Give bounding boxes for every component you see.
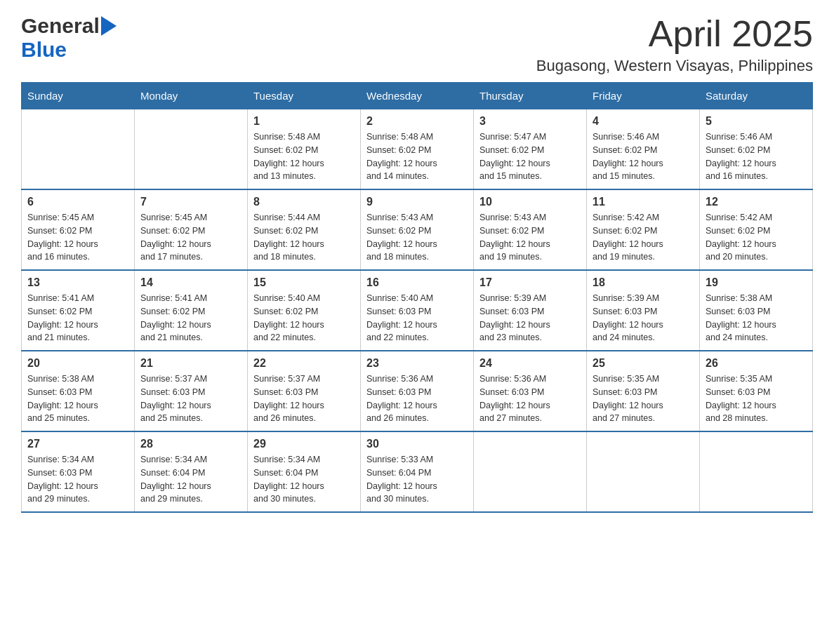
calendar-week-row: 1Sunrise: 5:48 AM Sunset: 6:02 PM Daylig… — [22, 109, 813, 190]
day-number: 7 — [140, 196, 241, 208]
day-info: Sunrise: 5:34 AM Sunset: 6:04 PM Dayligh… — [140, 453, 241, 506]
day-info: Sunrise: 5:47 AM Sunset: 6:02 PM Dayligh… — [479, 130, 581, 183]
page-header: General Blue April 2025 Bugasong, Wester… — [21, 14, 813, 75]
calendar-cell: 19Sunrise: 5:38 AM Sunset: 6:03 PM Dayli… — [700, 270, 813, 351]
day-of-week-header: Sunday — [22, 83, 135, 109]
calendar-cell: 17Sunrise: 5:39 AM Sunset: 6:03 PM Dayli… — [474, 270, 587, 351]
day-info: Sunrise: 5:48 AM Sunset: 6:02 PM Dayligh… — [253, 130, 355, 183]
day-info: Sunrise: 5:46 AM Sunset: 6:02 PM Dayligh… — [706, 130, 807, 183]
day-info: Sunrise: 5:36 AM Sunset: 6:03 PM Dayligh… — [366, 373, 468, 425]
day-number: 26 — [706, 357, 807, 370]
calendar-cell: 18Sunrise: 5:39 AM Sunset: 6:03 PM Dayli… — [587, 270, 700, 351]
calendar-cell — [587, 431, 700, 512]
day-number: 19 — [706, 276, 807, 289]
calendar-cell — [135, 109, 248, 190]
day-info: Sunrise: 5:40 AM Sunset: 6:03 PM Dayligh… — [366, 292, 468, 344]
day-number: 14 — [140, 276, 241, 289]
day-number: 11 — [593, 196, 694, 208]
calendar-cell: 5Sunrise: 5:46 AM Sunset: 6:02 PM Daylig… — [700, 109, 813, 190]
day-number: 28 — [140, 438, 241, 450]
day-number: 1 — [253, 115, 355, 128]
calendar-cell: 14Sunrise: 5:41 AM Sunset: 6:02 PM Dayli… — [135, 270, 248, 351]
calendar-cell: 23Sunrise: 5:36 AM Sunset: 6:03 PM Dayli… — [361, 351, 474, 431]
day-info: Sunrise: 5:35 AM Sunset: 6:03 PM Dayligh… — [706, 373, 807, 425]
calendar-table: SundayMondayTuesdayWednesdayThursdayFrid… — [21, 82, 813, 513]
day-number: 4 — [593, 115, 694, 128]
day-number: 16 — [366, 276, 468, 289]
calendar-cell: 2Sunrise: 5:48 AM Sunset: 6:02 PM Daylig… — [361, 109, 474, 190]
day-number: 23 — [366, 357, 468, 370]
calendar-cell — [474, 431, 587, 512]
calendar-cell: 30Sunrise: 5:33 AM Sunset: 6:04 PM Dayli… — [361, 431, 474, 512]
day-number: 21 — [140, 357, 241, 370]
day-number: 15 — [253, 276, 355, 289]
day-info: Sunrise: 5:43 AM Sunset: 6:02 PM Dayligh… — [366, 211, 468, 264]
day-number: 2 — [366, 115, 468, 128]
logo-blue-label: Blue — [21, 38, 67, 62]
logo-text: General — [21, 14, 117, 38]
calendar-cell: 24Sunrise: 5:36 AM Sunset: 6:03 PM Dayli… — [474, 351, 587, 431]
day-info: Sunrise: 5:45 AM Sunset: 6:02 PM Dayligh… — [140, 211, 241, 264]
calendar-week-row: 6Sunrise: 5:45 AM Sunset: 6:02 PM Daylig… — [22, 189, 813, 270]
calendar-cell: 16Sunrise: 5:40 AM Sunset: 6:03 PM Dayli… — [361, 270, 474, 351]
days-of-week-row: SundayMondayTuesdayWednesdayThursdayFrid… — [22, 83, 813, 109]
day-number: 6 — [27, 196, 128, 208]
day-info: Sunrise: 5:33 AM Sunset: 6:04 PM Dayligh… — [366, 453, 468, 506]
day-info: Sunrise: 5:41 AM Sunset: 6:02 PM Dayligh… — [140, 292, 241, 344]
day-number: 22 — [253, 357, 355, 370]
calendar-cell: 1Sunrise: 5:48 AM Sunset: 6:02 PM Daylig… — [248, 109, 361, 190]
calendar-cell: 15Sunrise: 5:40 AM Sunset: 6:02 PM Dayli… — [248, 270, 361, 351]
calendar-cell — [22, 109, 135, 190]
title-section: April 2025 Bugasong, Western Visayas, Ph… — [536, 14, 813, 75]
day-info: Sunrise: 5:42 AM Sunset: 6:02 PM Dayligh… — [706, 211, 807, 264]
day-number: 29 — [253, 438, 355, 450]
calendar-cell: 13Sunrise: 5:41 AM Sunset: 6:02 PM Dayli… — [22, 270, 135, 351]
calendar-cell: 26Sunrise: 5:35 AM Sunset: 6:03 PM Dayli… — [700, 351, 813, 431]
calendar-body: 1Sunrise: 5:48 AM Sunset: 6:02 PM Daylig… — [22, 109, 813, 513]
day-info: Sunrise: 5:42 AM Sunset: 6:02 PM Dayligh… — [593, 211, 694, 264]
calendar-cell: 10Sunrise: 5:43 AM Sunset: 6:02 PM Dayli… — [474, 189, 587, 270]
day-number: 5 — [706, 115, 807, 128]
day-info: Sunrise: 5:35 AM Sunset: 6:03 PM Dayligh… — [593, 373, 694, 425]
calendar-cell: 25Sunrise: 5:35 AM Sunset: 6:03 PM Dayli… — [587, 351, 700, 431]
calendar-cell: 22Sunrise: 5:37 AM Sunset: 6:03 PM Dayli… — [248, 351, 361, 431]
day-info: Sunrise: 5:37 AM Sunset: 6:03 PM Dayligh… — [140, 373, 241, 425]
day-info: Sunrise: 5:36 AM Sunset: 6:03 PM Dayligh… — [479, 373, 581, 425]
calendar-week-row: 13Sunrise: 5:41 AM Sunset: 6:02 PM Dayli… — [22, 270, 813, 351]
day-of-week-header: Thursday — [474, 83, 587, 109]
day-number: 13 — [27, 276, 128, 289]
calendar-week-row: 27Sunrise: 5:34 AM Sunset: 6:03 PM Dayli… — [22, 431, 813, 512]
calendar-cell: 6Sunrise: 5:45 AM Sunset: 6:02 PM Daylig… — [22, 189, 135, 270]
svg-marker-0 — [101, 16, 117, 36]
day-of-week-header: Saturday — [700, 83, 813, 109]
day-info: Sunrise: 5:40 AM Sunset: 6:02 PM Dayligh… — [253, 292, 355, 344]
day-number: 24 — [479, 357, 581, 370]
day-info: Sunrise: 5:37 AM Sunset: 6:03 PM Dayligh… — [253, 373, 355, 425]
calendar-cell: 9Sunrise: 5:43 AM Sunset: 6:02 PM Daylig… — [361, 189, 474, 270]
day-number: 20 — [27, 357, 128, 370]
day-of-week-header: Wednesday — [361, 83, 474, 109]
calendar-cell: 20Sunrise: 5:38 AM Sunset: 6:03 PM Dayli… — [22, 351, 135, 431]
day-number: 10 — [479, 196, 581, 208]
main-title: April 2025 — [536, 14, 813, 54]
day-info: Sunrise: 5:43 AM Sunset: 6:02 PM Dayligh… — [479, 211, 581, 264]
day-of-week-header: Friday — [587, 83, 700, 109]
subtitle: Bugasong, Western Visayas, Philippines — [536, 57, 813, 75]
day-number: 17 — [479, 276, 581, 289]
day-number: 27 — [27, 438, 128, 450]
calendar-cell — [700, 431, 813, 512]
calendar-cell: 11Sunrise: 5:42 AM Sunset: 6:02 PM Dayli… — [587, 189, 700, 270]
day-number: 30 — [366, 438, 468, 450]
day-info: Sunrise: 5:46 AM Sunset: 6:02 PM Dayligh… — [593, 130, 694, 183]
day-info: Sunrise: 5:45 AM Sunset: 6:02 PM Dayligh… — [27, 211, 128, 264]
day-of-week-header: Monday — [135, 83, 248, 109]
logo-triangle-icon — [100, 13, 117, 36]
calendar-cell: 3Sunrise: 5:47 AM Sunset: 6:02 PM Daylig… — [474, 109, 587, 190]
calendar-cell: 28Sunrise: 5:34 AM Sunset: 6:04 PM Dayli… — [135, 431, 248, 512]
day-info: Sunrise: 5:39 AM Sunset: 6:03 PM Dayligh… — [479, 292, 581, 344]
calendar-cell: 4Sunrise: 5:46 AM Sunset: 6:02 PM Daylig… — [587, 109, 700, 190]
day-number: 12 — [706, 196, 807, 208]
day-of-week-header: Tuesday — [248, 83, 361, 109]
day-info: Sunrise: 5:34 AM Sunset: 6:03 PM Dayligh… — [27, 453, 128, 506]
day-number: 8 — [253, 196, 355, 208]
